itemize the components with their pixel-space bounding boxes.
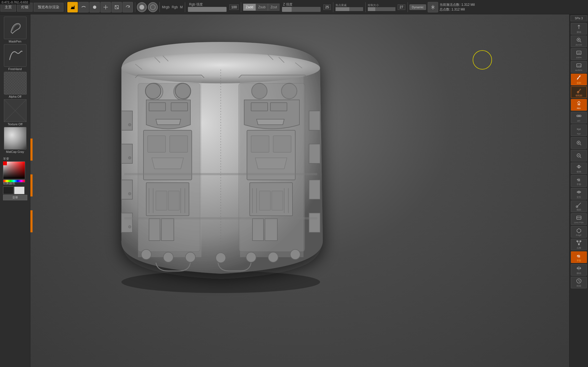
svg-point-14 — [121, 271, 320, 293]
draw-btn[interactable] — [67, 2, 78, 12]
matcap-label: MatCap Gray — [6, 150, 24, 153]
svg-point-48 — [128, 192, 131, 195]
svg-point-0 — [93, 6, 96, 9]
svg-rect-23 — [148, 136, 166, 152]
focal-row: 焦点衰减 — [336, 3, 363, 11]
z-strength-slider[interactable] — [282, 7, 321, 12]
svg-point-45 — [290, 249, 300, 259]
zcut-btn[interactable]: Zcut — [268, 4, 279, 11]
texture-tool[interactable]: Texture Off — [3, 99, 28, 126]
scroll-btn[interactable]: 滚动 — [571, 23, 587, 34]
right-panel: SPix 3 滚动 Zo×20 100 100% Ac50 Ac50% — [569, 14, 588, 367]
z-strength-label: Z 强度 — [283, 2, 293, 7]
svg-point-3 — [139, 5, 144, 10]
lims-btn[interactable]: Lims PSh — [571, 213, 587, 225]
svg-rect-27 — [168, 191, 179, 210]
hue-bar[interactable] — [3, 180, 25, 182]
alpha-label: Alpha Off — [9, 95, 22, 98]
time-btn[interactable]: 时间 — [571, 277, 587, 288]
sep-6 — [333, 2, 333, 12]
zoom20-btn[interactable]: Zo×20 — [571, 36, 587, 47]
rgb-strength-area: Rgb 强度 — [188, 2, 227, 12]
scale-btn[interactable] — [111, 2, 122, 12]
rgb-label: Rgb — [172, 5, 178, 9]
rgb-strength-slider[interactable] — [188, 7, 227, 12]
polyf-btn[interactable]: PolyF — [571, 226, 587, 238]
svg-point-39 — [141, 249, 151, 259]
symmetry-btn[interactable] — [428, 2, 438, 12]
sep-8 — [408, 2, 408, 12]
dynamic-btn[interactable]: Dynamic — [409, 4, 426, 10]
replace-btn[interactable]: 交替 — [3, 195, 27, 200]
line-cut-btn[interactable]: 线切 — [571, 201, 587, 212]
zoom-out-btn[interactable] — [571, 150, 587, 161]
maskpen-label: MaskPen — [9, 40, 22, 43]
focal-slider[interactable] — [336, 7, 363, 11]
zadd-btn[interactable]: Zadd — [243, 4, 256, 11]
texture-preview — [4, 99, 26, 122]
point-phase-btn[interactable]: 点相 — [571, 239, 587, 250]
focal-label: 焦点衰减 — [336, 3, 363, 7]
color-sphere-1[interactable] — [137, 2, 147, 12]
gesture-btn[interactable]: 手势 — [571, 175, 587, 187]
svg-rect-33 — [251, 136, 269, 152]
three-hit-btn[interactable]: 3打 — [571, 112, 587, 123]
color-bg[interactable] — [14, 187, 25, 194]
sep-4 — [185, 2, 185, 12]
alpha-tool[interactable]: Alpha Off — [3, 72, 28, 98]
m-label: M — [180, 5, 183, 9]
svg-marker-78 — [577, 228, 581, 233]
zsub-btn[interactable]: Zsub — [256, 4, 268, 11]
smooth-btn[interactable] — [78, 2, 89, 12]
draw-size-slider[interactable] — [368, 7, 395, 11]
sep-2 — [135, 2, 135, 12]
active-points: 当前激活点数: 1.312 Mil — [440, 2, 475, 7]
hand-move-btn[interactable]: 手型 — [571, 251, 587, 263]
texture-label: Texture Off — [8, 123, 23, 126]
svg-line-67 — [580, 144, 581, 145]
viewport[interactable] — [30, 14, 569, 367]
svg-line-2 — [115, 6, 118, 9]
interact-btn[interactable]: 交互 — [571, 188, 587, 200]
freehand-tool[interactable]: FreeHand — [3, 44, 28, 71]
svg-rect-30 — [251, 103, 268, 111]
xyz-btn[interactable]: Xyz Xyz — [571, 124, 587, 136]
draw-size-row: 绘制大小 — [368, 3, 395, 11]
color-label: 羊变 — [3, 157, 27, 161]
maskpen-tool[interactable]: MaskPen — [3, 17, 28, 43]
draw-size-value: 27 — [398, 4, 405, 10]
color-fg[interactable] — [3, 187, 14, 194]
sculpt-btn[interactable] — [89, 2, 100, 12]
svg-point-4 — [150, 5, 155, 10]
rki-btn[interactable]: RKI — [571, 99, 587, 111]
ac50-btn[interactable]: Ac50 Ac50% — [571, 61, 587, 73]
svg-rect-21 — [171, 103, 188, 111]
color-picker-area: 羊变 切换颜色 交替 — [3, 156, 27, 200]
svg-rect-36 — [259, 191, 270, 210]
zoom100-btn[interactable]: 100 100% — [571, 48, 587, 60]
menu-preview-render[interactable]: 预览布尔渲染 — [34, 3, 63, 12]
move2-btn[interactable]: 移动 — [571, 264, 587, 276]
move-btn[interactable] — [100, 2, 111, 12]
quick-brush-btn[interactable]: 速刷 — [571, 74, 587, 85]
color-sphere-2[interactable] — [148, 2, 158, 12]
color-switch-row — [3, 187, 27, 194]
sep-5 — [241, 2, 241, 12]
svg-line-53 — [580, 41, 581, 42]
svg-text:Xyz: Xyz — [577, 128, 581, 131]
mrgb-label: Mrgb — [162, 5, 169, 9]
svg-point-46 — [128, 123, 131, 126]
spix-display: SPix 3 — [571, 15, 587, 21]
fine-brush-btn[interactable]: 细笔刷 — [571, 86, 587, 98]
zadd-row: Zadd Zsub Zcut — [243, 4, 279, 11]
rotate-btn[interactable] — [123, 2, 133, 12]
collapse-btn[interactable]: 收纳 — [571, 163, 587, 174]
svg-point-40 — [163, 252, 173, 262]
svg-point-49 — [128, 225, 131, 228]
zoom-in-btn[interactable] — [571, 137, 587, 149]
svg-rect-31 — [270, 103, 287, 111]
rgb-strength-label: Rgb 强度 — [189, 2, 203, 7]
svg-point-18 — [145, 83, 161, 99]
matcap-tool[interactable]: MatCap Gray — [3, 127, 28, 153]
alpha-preview — [4, 72, 26, 94]
